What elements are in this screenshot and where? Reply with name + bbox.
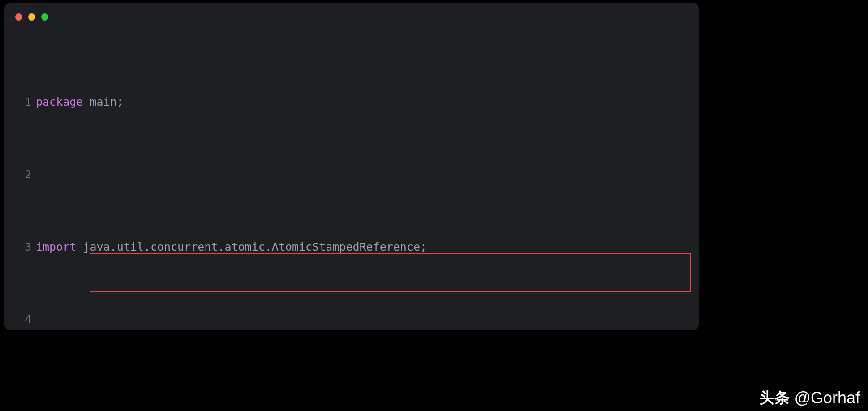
highlight-box	[90, 253, 691, 292]
editor-window: 1 package main; 2 3 import java.util.con…	[4, 3, 699, 330]
code-line: 3 import java.util.concurrent.atomic.Ato…	[4, 238, 699, 257]
maximize-button[interactable]	[41, 13, 48, 21]
code-editor[interactable]: 1 package main; 2 3 import java.util.con…	[4, 39, 699, 330]
watermark-handle: @Gorhaf	[794, 389, 860, 407]
close-button[interactable]	[15, 13, 22, 21]
minimize-button[interactable]	[28, 13, 35, 21]
line-number: 1	[4, 93, 36, 111]
code-line: 1 package main;	[4, 93, 699, 111]
traffic-lights	[15, 13, 48, 21]
line-number: 2	[4, 166, 36, 184]
watermark-prefix: 头条	[759, 388, 790, 408]
code-line: 4	[4, 311, 699, 329]
watermark: 头条 @Gorhaf	[759, 388, 860, 408]
code-text: import java.util.concurrent.atomic.Atomi…	[36, 238, 427, 257]
line-number: 3	[4, 238, 36, 257]
code-line: 2	[4, 166, 699, 184]
code-text: package main;	[36, 93, 124, 111]
line-number: 4	[4, 311, 36, 329]
